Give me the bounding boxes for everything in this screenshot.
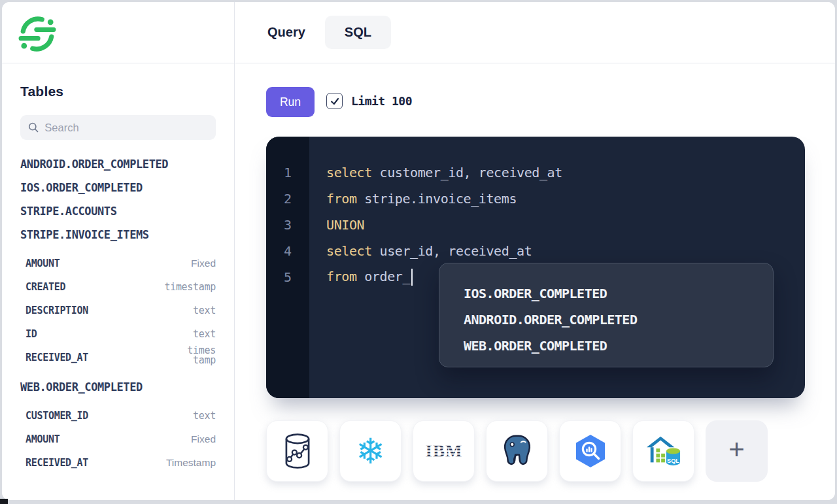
column-name: RECEIVED_AT bbox=[26, 457, 88, 469]
line-number: 2 bbox=[266, 191, 309, 207]
autocomplete-item[interactable]: ANDROID.ORDER_COMPLETED bbox=[439, 307, 773, 333]
column-row[interactable]: CUSTOMER_ID text bbox=[20, 404, 216, 428]
limit-checkbox[interactable] bbox=[326, 93, 343, 109]
column-row[interactable]: RECEIVED_AT timestamp bbox=[20, 346, 216, 369]
screen-edge-artifact bbox=[0, 499, 8, 504]
snowflake-icon: ❄ bbox=[356, 433, 385, 469]
column-type: Fixed bbox=[191, 433, 216, 445]
column-name: RECEIVED_AT bbox=[26, 352, 88, 363]
code-text: from stripe.invoice_items bbox=[309, 191, 517, 207]
column-name: AMOUNT bbox=[26, 433, 60, 445]
autocomplete-item[interactable]: WEB.ORDER_COMPLETED bbox=[439, 333, 773, 359]
connector-postgresql[interactable] bbox=[486, 420, 548, 482]
table-item[interactable]: ANDROID.ORDER_COMPLETED bbox=[20, 152, 216, 176]
line-number: 4 bbox=[266, 243, 309, 259]
connector-snowflake[interactable]: ❄ bbox=[339, 420, 401, 482]
column-row[interactable]: ID text bbox=[20, 322, 216, 346]
table-columns-stripe-invoice-items: AMOUNT Fixed CREATED timestamp DESCRIPTI… bbox=[20, 252, 216, 369]
table-item[interactable]: IOS.ORDER_COMPLETED bbox=[20, 176, 216, 199]
plus-icon: + bbox=[728, 436, 745, 463]
segment-logo-icon bbox=[18, 15, 56, 53]
svg-text:SQL: SQL bbox=[667, 458, 679, 464]
line-number: 5 bbox=[266, 269, 309, 285]
column-row[interactable]: AMOUNT Fixed bbox=[20, 428, 216, 451]
column-row[interactable]: CREATED timestamp bbox=[20, 275, 216, 299]
run-button[interactable]: Run bbox=[266, 87, 315, 117]
column-type: Fixed bbox=[191, 258, 216, 269]
svg-text:IBM: IBM bbox=[425, 441, 462, 461]
code-text: select customer_id, received_at bbox=[309, 165, 562, 180]
line-number: 3 bbox=[266, 217, 309, 233]
table-search[interactable] bbox=[20, 115, 216, 140]
autocomplete-item[interactable]: IOS.ORDER_COMPLETED bbox=[439, 280, 773, 307]
connector-segment-warehouse[interactable] bbox=[266, 420, 328, 482]
code-line: 1 select customer_id, received_at bbox=[266, 160, 805, 186]
text-cursor bbox=[411, 269, 413, 286]
autocomplete-dropdown: IOS.ORDER_COMPLETED ANDROID.ORDER_COMPLE… bbox=[439, 263, 774, 367]
warehouse-connectors: ❄ IBM bbox=[266, 420, 768, 482]
top-bar: Query SQL bbox=[235, 2, 835, 63]
table-item[interactable]: WEB.ORDER_COMPLETED bbox=[20, 375, 216, 399]
limit-control: Limit 100 bbox=[326, 93, 412, 109]
column-type: text bbox=[193, 328, 216, 340]
sidebar-header bbox=[2, 2, 234, 63]
table-item[interactable]: STRIPE.INVOICE_ITEMS bbox=[20, 223, 216, 246]
line-number: 1 bbox=[266, 165, 309, 180]
column-name: AMOUNT bbox=[26, 258, 60, 269]
add-warehouse-button[interactable]: + bbox=[706, 420, 768, 482]
tab-sql[interactable]: SQL bbox=[325, 16, 391, 49]
column-row[interactable]: DESCRIPTION text bbox=[20, 299, 216, 322]
code-line: 3 UNION bbox=[266, 212, 805, 238]
column-type: text bbox=[193, 410, 216, 422]
tables-sidebar: Tables ANDROID.ORDER_COMPLETED IOS.ORDER… bbox=[2, 2, 235, 500]
database-chart-icon bbox=[281, 432, 314, 470]
code-text: select user_id, received_at bbox=[309, 243, 532, 259]
connector-google-bigquery[interactable] bbox=[559, 420, 621, 482]
code-line: 2 from stripe.invoice_items bbox=[266, 186, 805, 212]
column-type: text bbox=[193, 305, 216, 316]
column-type: Timestamp bbox=[166, 457, 216, 469]
column-row[interactable]: AMOUNT Fixed bbox=[20, 252, 216, 275]
main-panel: Run Limit 100 1 select customer_id, rece… bbox=[235, 64, 835, 500]
column-type: timestamp bbox=[164, 281, 216, 293]
table-columns-web-order-completed: CUSTOMER_ID text AMOUNT Fixed RECEIVED_A… bbox=[20, 404, 216, 475]
tables-heading: Tables bbox=[20, 84, 216, 99]
column-name: CUSTOMER_ID bbox=[26, 410, 88, 422]
sidebar-body: Tables ANDROID.ORDER_COMPLETED IOS.ORDER… bbox=[2, 64, 234, 500]
search-input[interactable] bbox=[44, 122, 208, 134]
column-name: DESCRIPTION bbox=[26, 305, 88, 316]
code-text: UNION bbox=[309, 217, 364, 233]
column-name: ID bbox=[26, 328, 37, 340]
table-list: ANDROID.ORDER_COMPLETED IOS.ORDER_COMPLE… bbox=[20, 152, 216, 475]
search-icon bbox=[28, 122, 39, 133]
app-window: Tables ANDROID.ORDER_COMPLETED IOS.ORDER… bbox=[2, 2, 835, 500]
table-item[interactable]: STRIPE.ACCOUNTS bbox=[20, 199, 216, 223]
column-type: timestamp bbox=[183, 346, 216, 365]
code-line: 4 select user_id, received_at bbox=[266, 238, 805, 264]
bigquery-icon bbox=[573, 433, 607, 469]
column-row[interactable]: RECEIVED_AT Timestamp bbox=[20, 451, 216, 475]
azure-sql-warehouse-icon: SQL bbox=[646, 434, 681, 468]
postgresql-elephant-icon bbox=[500, 433, 535, 469]
checkmark-icon bbox=[330, 96, 340, 107]
connector-ibm-db2[interactable]: IBM bbox=[413, 420, 475, 482]
connector-azure-synapse[interactable]: SQL bbox=[632, 420, 694, 482]
tab-query[interactable]: Query bbox=[267, 25, 305, 40]
column-name: CREATED bbox=[26, 281, 65, 293]
code-text: from order_ bbox=[309, 269, 413, 286]
ibm-logo-icon: IBM bbox=[421, 437, 467, 465]
limit-label: Limit 100 bbox=[351, 94, 412, 108]
